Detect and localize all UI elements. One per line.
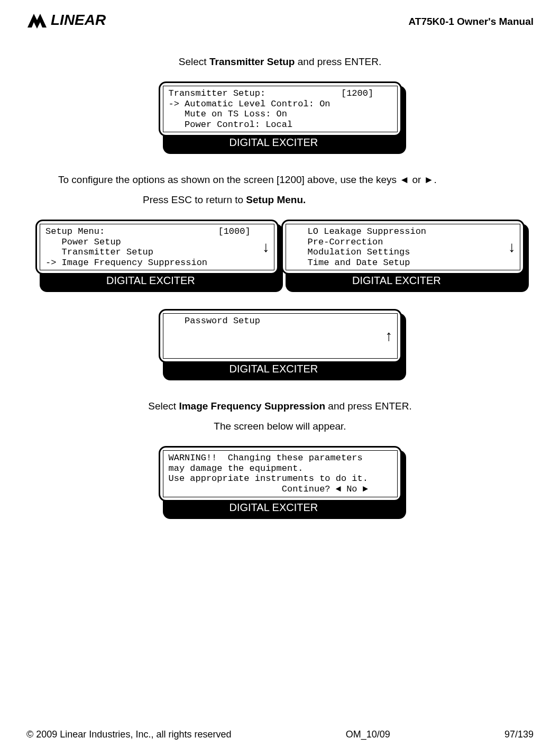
scroll-up-icon [385,329,393,343]
text-bold: Image Frequency Suppression [179,400,325,412]
lcd-label: DIGITAL EXCITER [222,135,326,150]
page-footer: © 2009 Linear Industries, Inc., all righ… [26,729,534,740]
instruction-screen-below: The screen below will appear. [26,421,534,432]
manual-title: AT75K0-1 Owner's Manual [409,16,534,28]
linear-logo-icon [26,11,48,30]
brand-logo: LINEAR [26,11,106,30]
text: and press ENTER. [325,400,412,412]
text-bold: Setup Menu. [246,194,306,205]
lcd-screen-warning: WARNING!! Changing these parameters may … [159,446,402,514]
copyright: © 2009 Linear Industries, Inc., all righ… [26,729,231,740]
lcd-label: DIGITAL EXCITER [99,274,203,288]
text: and press ENTER. [295,56,381,67]
lcd-screen-1200: Transmitter Setup: [1200] -> Automatic L… [159,81,402,150]
lcd-content: Setup Menu: [1000] Power Setup Transmitt… [40,224,274,270]
instruction-select-ifs: Select Image Frequency Suppression and p… [26,400,534,412]
scroll-down-icon [508,240,516,254]
lcd-screen-password: Password Setup DIGITAL EXCITER [159,309,402,376]
text: Press ESC to return to [143,194,246,205]
text-bold: Transmitter Setup [209,56,295,67]
lcd-content: LO Leakage Suppression Pre-Correction Mo… [286,224,520,270]
lcd-content: Transmitter Setup: [1200] -> Automatic L… [163,86,398,132]
brand-text: LINEAR [51,12,106,29]
page-number: 97/139 [504,729,534,740]
lcd-content: WARNING!! Changing these parameters may … [163,450,398,497]
text: Select [148,400,179,412]
instruction-esc: Press ESC to return to Setup Menu. [143,194,534,206]
lcd-screen-menu2: LO Leakage Suppression Pre-Correction Mo… [281,220,525,288]
lcd-screen-1000: Setup Menu: [1000] Power Setup Transmitt… [35,220,279,288]
lcd-label: DIGITAL EXCITER [222,500,326,515]
lcd-label: DIGITAL EXCITER [345,274,448,288]
instruction-keys: To configure the options as shown on the… [58,174,512,186]
page-header: LINEAR AT75K0-1 Owner's Manual [26,11,534,30]
lcd-label: DIGITAL EXCITER [222,362,326,376]
lcd-content: Password Setup [163,313,398,359]
doc-id: OM_10/09 [346,729,390,740]
scroll-down-icon [262,240,270,254]
text: Select [179,56,209,67]
instruction-select-transmitter: Select Transmitter Setup and press ENTER… [26,56,534,68]
